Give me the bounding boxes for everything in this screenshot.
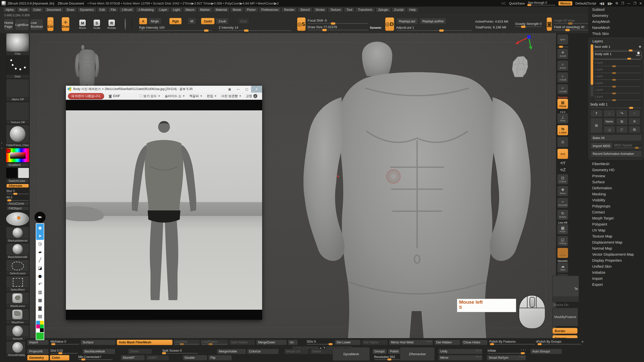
bottom-button[interactable]: Split Screen 0 <box>162 349 198 354</box>
quick-thumb[interactable] <box>6 276 29 288</box>
bottom-button[interactable]: Delete <box>128 349 152 354</box>
layer-intensity-slider[interactable] <box>595 100 641 100</box>
menu-item[interactable]: Picker <box>244 7 258 12</box>
strip-tool-button[interactable]: ◱ Transp Transp <box>557 236 569 246</box>
strip-tool-button[interactable]: ⌕ Zoom3D Zoom3D <box>557 198 569 208</box>
layer-redo-button[interactable]: ↷ <box>616 110 628 117</box>
adjust-last-slider[interactable]: AdjustLast 1 <box>396 26 472 31</box>
strip-tool-button[interactable]: BPR BPR <box>557 34 569 45</box>
strip-tool-button[interactable]: ⇆ L.Sym L.Sym <box>557 125 569 135</box>
palette-black[interactable] <box>40 328 44 332</box>
zadd-toggle[interactable]: Zadd <box>201 18 215 24</box>
menu-item[interactable]: Preferences <box>259 7 281 12</box>
layer-row[interactable]: body edit 1 REC <box>593 51 642 60</box>
bottom-button[interactable]: MergeVisible <box>217 349 246 354</box>
annotation-tool-button[interactable]: ◙ <box>36 304 44 312</box>
mrgb-toggle[interactable]: Mrgb <box>148 18 162 24</box>
bottom-button[interactable]: BackfaceMask <box>83 349 115 354</box>
strip-tool-button[interactable]: XYZ XYZ <box>557 149 569 159</box>
switchcolor-button[interactable]: SwitchColor <box>6 179 29 183</box>
quick-thumb[interactable] <box>6 292 29 304</box>
photo-library-menu[interactable]: 사진 보관함 ▼ <box>221 94 241 98</box>
rgb-toggle[interactable]: Rgb <box>169 18 181 24</box>
menu-item[interactable]: Draw <box>64 7 77 12</box>
bottom-slider-track[interactable] <box>174 344 199 345</box>
bottom-slider-track[interactable] <box>202 344 228 345</box>
bottom-button[interactable]: MidValue 0 <box>50 340 79 345</box>
bottom-button[interactable]: ProjectAll <box>27 349 49 354</box>
bottom-button[interactable]: MergeDown <box>256 340 287 345</box>
live-boolean-button[interactable]: Live Boolean <box>30 19 44 30</box>
bottom-button[interactable]: Polish By Groups <box>536 340 581 345</box>
dynamic-label[interactable]: Dynamic <box>370 26 382 29</box>
palette-blue[interactable] <box>36 321 40 325</box>
panel-section-item[interactable]: Polypaint <box>588 221 644 227</box>
strip-tool-button[interactable]: ⟲Y <box>557 160 569 166</box>
bottom-button[interactable]: x y z Smart ReSym <box>487 355 526 360</box>
bottom-button[interactable]: StoreMT <box>121 355 145 360</box>
rotate-mode-button[interactable]: R Rotate <box>107 19 116 29</box>
panel-section-item[interactable]: NanoMesh <box>588 25 644 31</box>
exif-button[interactable]: ◙ EXIF <box>109 94 120 98</box>
border-toggle[interactable]: Border <box>552 328 578 334</box>
bottom-slider-track[interactable] <box>307 344 333 345</box>
bottom-button[interactable]: Del Lower <box>335 340 361 345</box>
layout-icon[interactable]: ❐ <box>621 2 624 5</box>
replay-last-rel-button[interactable]: ReplayLastRel <box>420 18 447 24</box>
sdiv-step-strip[interactable]: ▲ ▼ <box>292 346 353 349</box>
alternate-button[interactable]: Alternate <box>6 184 29 188</box>
panel-section-item[interactable]: Geometry HD <box>588 167 644 173</box>
panel-section-item[interactable]: FiberMesh <box>588 161 644 167</box>
panel-section-item[interactable]: Surface <box>588 179 644 185</box>
strip-tool-button[interactable]: ↻ Rotate Rotate <box>557 209 569 220</box>
bottom-button[interactable]: Auto Groups <box>530 349 562 354</box>
edge-expand-icon[interactable]: ▸ <box>1 141 3 144</box>
palette-yellow[interactable] <box>40 321 44 325</box>
bottom-button[interactable]: Split Hidden <box>229 340 255 345</box>
current-alpha-icon[interactable] <box>125 18 126 30</box>
selected-layer-slider[interactable] <box>590 108 641 108</box>
panel-section-item[interactable]: Visibility <box>588 197 644 203</box>
menu-item[interactable]: File <box>108 7 118 12</box>
strip-tool-button[interactable]: ⟲Z <box>557 167 569 173</box>
layer-row[interactable]: Layer <box>595 80 642 87</box>
photo-viewer-area[interactable] <box>66 100 262 320</box>
panel-section-item[interactable]: Display Properties <box>588 257 644 263</box>
thumb-preview[interactable] <box>6 33 29 52</box>
bottom-button[interactable]: Groups <box>372 349 387 354</box>
bookmark-menu[interactable]: 책갈피 ▼ <box>189 94 202 98</box>
duplicate-layer-button[interactable]: ⧉ <box>616 118 628 125</box>
panel-toggle-icon[interactable]: ⧉ <box>616 1 618 5</box>
strip-tool-button[interactable]: Dynamic ☁ Solo Solo <box>557 259 569 273</box>
annotation-tool-button[interactable]: ▰ <box>36 248 44 256</box>
layer-copy-button[interactable]: ⧉ <box>629 126 640 133</box>
focal-shift-slider[interactable]: Focal Shift -5 <box>308 19 368 24</box>
blur-slider[interactable]: Blur 0 <box>7 189 29 194</box>
menu-item[interactable]: Brush <box>17 7 30 12</box>
lightbox-button[interactable]: LightBox <box>15 19 29 30</box>
divider-left-icon[interactable]: ◂▮▮ <box>599 2 605 5</box>
merge-down-button[interactable]: ◪ <box>603 126 615 133</box>
layer-name-button[interactable]: Name <box>603 118 615 125</box>
bottom-button[interactable]: SDiv 5 <box>306 340 334 345</box>
panel-section-item[interactable]: Contact <box>588 209 644 215</box>
bottom-button[interactable]: Flip <box>208 355 232 360</box>
stroke-size-icon[interactable]: ◎S <box>297 17 306 31</box>
layer-intensity-slider[interactable] <box>595 93 641 94</box>
sidebar-quick-item[interactable]: StartupMaterial <box>6 227 29 243</box>
layer-row[interactable]: face edit 1 ◉ <box>595 44 642 51</box>
strip-tool-button[interactable]: ⌕ Actual Actual <box>557 72 569 83</box>
strip-tool-button[interactable]: ◌ Ghost Ghost <box>557 248 569 258</box>
bottom-button[interactable]: Double <box>183 355 207 360</box>
menu-item[interactable]: Material <box>213 7 229 12</box>
panel-section-item[interactable]: Unified Skin <box>588 263 644 269</box>
quick-thumb[interactable] <box>6 243 29 255</box>
bottom-button[interactable]: DelMT <box>146 355 169 360</box>
split-layer-button[interactable]: ◩ <box>616 126 628 133</box>
strip-tool-button[interactable]: ⊙ <box>557 137 569 147</box>
panel-section-item[interactable]: Export <box>588 282 644 288</box>
texture-thumbnail[interactable]: Te <box>552 276 579 302</box>
panel-section-item[interactable]: Morph Target <box>588 215 644 221</box>
menu-item[interactable]: Tool <box>344 7 355 12</box>
strip-tool-button[interactable]: ✥ Move Move <box>557 186 569 196</box>
